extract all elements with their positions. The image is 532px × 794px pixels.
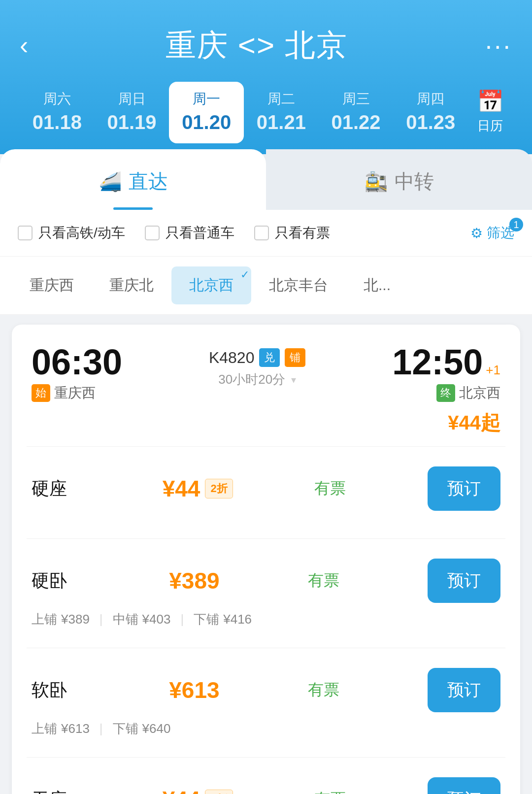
arrive-tag: 终 bbox=[436, 384, 455, 402]
date-label: 01.21 bbox=[257, 111, 306, 133]
weekday-label: 周六 bbox=[43, 90, 71, 108]
filter-button[interactable]: ⚙ 筛选 1 bbox=[470, 224, 514, 242]
station-tab-3[interactable]: 北京丰台 bbox=[251, 266, 346, 304]
station-tab-0[interactable]: 重庆西 bbox=[12, 266, 92, 304]
arrive-time: 12:50 +1 bbox=[392, 344, 500, 380]
sub-divider: | bbox=[100, 721, 103, 736]
sub-divider: | bbox=[100, 612, 103, 627]
filter-section: 只看高铁/动车 只看普通车 只看有票 ⚙ 筛选 1 bbox=[0, 210, 532, 257]
arrive-station-row: 终 北京西 bbox=[436, 384, 500, 402]
tab-direct[interactable]: 🚄 直达 bbox=[0, 149, 266, 210]
seat-availability: 有票 bbox=[314, 478, 346, 499]
sub-item-0: 上铺 ¥613 bbox=[32, 720, 90, 737]
arrive-info: 12:50 +1 终 北京西 ¥44起 bbox=[392, 344, 500, 436]
train-number-row: K4820 兑 铺 bbox=[209, 348, 306, 367]
tab-direct-label: 直达 bbox=[129, 168, 168, 195]
header: ‹ 重庆 <> 北京 ··· 周六 01.18 周日 01.19 周一 01.2… bbox=[0, 0, 532, 154]
seat-row-0: 硬座 ¥44 2折 有票 预订 bbox=[12, 447, 520, 538]
seat-main-row: 硬卧 ¥389 有票 预订 bbox=[32, 559, 500, 603]
date-tab-01.19[interactable]: 周日 01.19 bbox=[95, 82, 169, 143]
seat-price: ¥389 bbox=[169, 567, 219, 594]
filter-ticket[interactable]: 只看有票 bbox=[254, 224, 330, 242]
date-tab-01.23[interactable]: 周四 01.23 bbox=[393, 82, 468, 143]
calendar-icon: 📅 bbox=[477, 89, 504, 114]
seat-main-row: 无座 ¥44 2折 有票 预订 bbox=[32, 777, 500, 794]
date-tab-01.18[interactable]: 周六 01.18 bbox=[20, 82, 95, 143]
train-badge-dui: 兑 bbox=[259, 348, 280, 367]
depart-station-row: 始 重庆西 bbox=[32, 384, 122, 402]
transfer-icon: 🚉 bbox=[365, 171, 388, 193]
discount-badge: 2折 bbox=[205, 479, 233, 498]
weekday-label: 周三 bbox=[342, 90, 370, 108]
station-tab-4[interactable]: 北... bbox=[346, 266, 408, 304]
duration-text: 30小时20分 bbox=[218, 371, 285, 388]
seat-availability: 有票 bbox=[314, 789, 346, 794]
date-label: 01.19 bbox=[107, 111, 156, 133]
station-tab-2[interactable]: 北京西✓ bbox=[171, 266, 251, 304]
filter-gaotie[interactable]: 只看高铁/动车 bbox=[18, 224, 125, 242]
tab-transfer[interactable]: 🚉 中转 bbox=[266, 149, 532, 210]
sub-item-1: 下铺 ¥640 bbox=[113, 720, 171, 737]
depart-info: 06:30 始 重庆西 bbox=[32, 344, 122, 402]
starting-price: ¥44起 bbox=[448, 412, 500, 433]
sub-label: 中铺 bbox=[113, 611, 138, 628]
date-tab-01.22[interactable]: 周三 01.22 bbox=[319, 82, 394, 143]
main-content: 🚄 直达 🚉 中转 只看高铁/动车 只看普通车 只看有票 ⚙ 筛选 1 重庆西重… bbox=[0, 149, 532, 794]
train-middle-info: K4820 兑 铺 30小时20分 ▾ bbox=[209, 344, 306, 388]
checkbox-gaotie[interactable] bbox=[18, 226, 33, 240]
date-tab-01.21[interactable]: 周二 01.21 bbox=[244, 82, 319, 143]
discount-badge: 2折 bbox=[205, 790, 233, 794]
train-badge-pu: 铺 bbox=[285, 348, 305, 367]
seat-name: 硬卧 bbox=[32, 569, 81, 593]
back-button[interactable]: ‹ bbox=[20, 33, 28, 58]
depart-station-name: 重庆西 bbox=[54, 384, 96, 402]
sub-item-0: 上铺 ¥389 bbox=[32, 611, 90, 628]
sub-price: ¥403 bbox=[142, 612, 171, 627]
sub-price: ¥613 bbox=[61, 721, 90, 736]
sub-price: ¥640 bbox=[142, 721, 171, 736]
book-button[interactable]: 预订 bbox=[428, 777, 500, 794]
more-button[interactable]: ··· bbox=[485, 31, 512, 60]
arrive-time-text: 12:50 bbox=[392, 344, 483, 380]
seat-price: ¥44 2折 bbox=[163, 786, 233, 794]
weekday-label: 周一 bbox=[193, 90, 220, 108]
date-tab-01.20[interactable]: 周一 01.20 bbox=[169, 82, 244, 143]
train-card: 06:30 始 重庆西 K4820 兑 铺 30小时20分 ▾ bbox=[12, 325, 520, 794]
seat-price: ¥44 2折 bbox=[163, 475, 233, 502]
sub-price: ¥389 bbox=[61, 612, 90, 627]
checkbox-ticket[interactable] bbox=[254, 226, 269, 240]
date-label: 01.20 bbox=[182, 111, 231, 133]
weekday-label: 周二 bbox=[267, 90, 295, 108]
depart-time: 06:30 bbox=[32, 344, 122, 380]
sub-item-2: 下铺 ¥416 bbox=[194, 611, 252, 628]
train-info-header: 06:30 始 重庆西 K4820 兑 铺 30小时20分 ▾ bbox=[12, 325, 520, 446]
seat-price: ¥613 bbox=[169, 677, 219, 703]
seat-availability: 有票 bbox=[308, 679, 339, 701]
sub-price: ¥416 bbox=[223, 612, 252, 627]
station-tab-1[interactable]: 重庆北 bbox=[92, 266, 171, 304]
arrive-plus: +1 bbox=[486, 364, 500, 376]
station-check-icon: ✓ bbox=[240, 268, 249, 281]
weekday-label: 周四 bbox=[417, 90, 444, 108]
seat-row-3: 无座 ¥44 2折 有票 预订 bbox=[12, 758, 520, 794]
filter-putong[interactable]: 只看普通车 bbox=[145, 224, 234, 242]
seat-main-row: 软卧 ¥613 有票 预订 bbox=[32, 668, 500, 712]
date-tab-bar: 周六 01.18 周日 01.19 周一 01.20 周二 01.21 周三 0… bbox=[20, 81, 512, 154]
seat-name: 软卧 bbox=[32, 678, 81, 702]
arrive-station-name: 北京西 bbox=[459, 384, 500, 402]
book-button[interactable]: 预订 bbox=[428, 466, 500, 511]
station-tab-bar: 重庆西重庆北北京西✓北京丰台北... bbox=[0, 257, 532, 315]
book-button[interactable]: 预订 bbox=[428, 668, 500, 712]
sub-item-1: 中铺 ¥403 bbox=[113, 611, 171, 628]
duration-arrow-icon[interactable]: ▾ bbox=[291, 374, 296, 386]
seat-rows: 硬座 ¥44 2折 有票 预订 硬卧 ¥389 有票 预订 上铺 ¥389 | … bbox=[12, 446, 520, 794]
date-label: 01.23 bbox=[406, 111, 455, 133]
sub-divider: | bbox=[180, 612, 184, 627]
calendar-button[interactable]: 📅 日历 bbox=[468, 81, 512, 144]
checkbox-putong[interactable] bbox=[145, 226, 160, 240]
date-label: 01.18 bbox=[33, 111, 82, 133]
sub-label: 上铺 bbox=[32, 720, 57, 737]
filter-ticket-label: 只看有票 bbox=[275, 224, 330, 242]
depart-tag: 始 bbox=[32, 384, 50, 402]
book-button[interactable]: 预订 bbox=[428, 559, 500, 603]
